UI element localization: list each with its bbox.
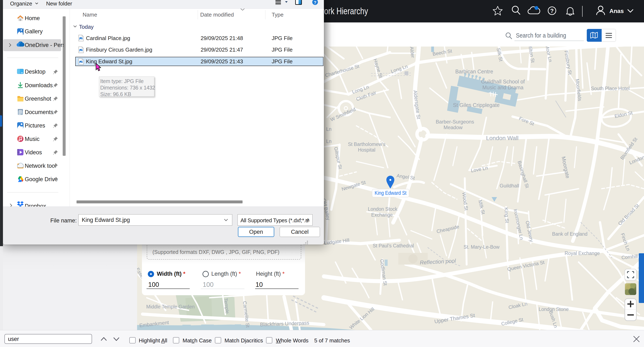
svg-text:Guildhall: Guildhall	[500, 183, 519, 188]
svg-text:South Place Hotel: South Place Hotel	[591, 86, 630, 91]
svg-text:Meadow: Meadow	[444, 124, 463, 130]
svg-text:St. Mary-Le-Bow: St. Mary-Le-Bow	[464, 244, 500, 250]
svg-text:Guildhall School of: Guildhall School of	[481, 79, 525, 84]
svg-text:Anas: Anas	[610, 8, 624, 14]
svg-text:King Edward St: King Edward St	[374, 190, 406, 196]
svg-text:Music and Drama: Music and Drama	[482, 84, 524, 90]
svg-text:St Paul’s Cathedral: St Paul’s Cathedral	[373, 243, 414, 248]
svg-text:Royal Exchange: Royal Exchange	[564, 250, 600, 256]
svg-text:St Giles Cripplegate: St Giles Cripplegate	[453, 102, 500, 108]
svg-text:Barber-Surgeons: Barber-Surgeons	[436, 119, 474, 124]
svg-text:London Wall: London Wall	[486, 135, 519, 141]
svg-text:Exchange: Exchange	[371, 212, 393, 218]
svg-text:King St: King St	[503, 207, 510, 223]
svg-text:Middle Temple Garden: Middle Temple Garden	[146, 304, 195, 310]
svg-text:Barbican Centre: Barbican Centre	[455, 68, 493, 74]
svg-text:Bank of England: Bank of England	[552, 231, 588, 237]
svg-text:St Bartholomew’s: St Bartholomew’s	[348, 142, 386, 147]
svg-text:?: ?	[550, 8, 554, 14]
svg-text:Hospital: Hospital	[358, 147, 375, 153]
svg-text:London Stock: London Stock	[368, 206, 398, 212]
svg-text:?: ?	[314, 0, 316, 5]
